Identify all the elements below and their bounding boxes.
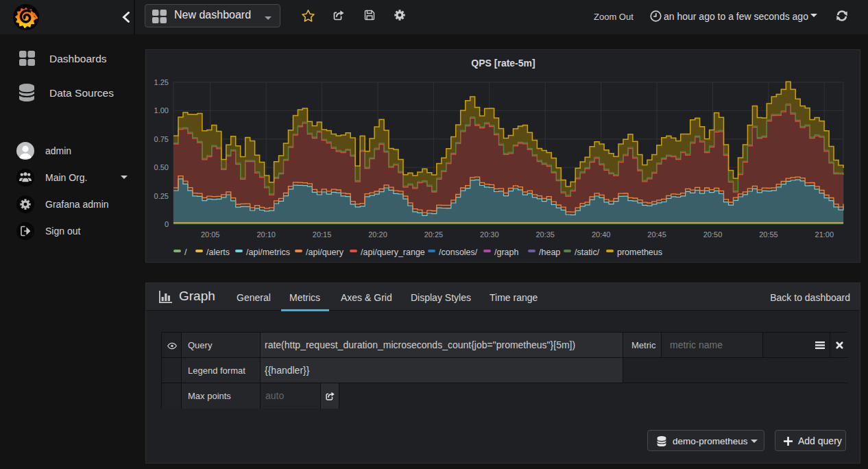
- svg-text:/consoles/: /consoles/: [439, 248, 478, 257]
- svg-text:20:05: 20:05: [201, 230, 220, 239]
- svg-text:1.00: 1.00: [154, 106, 169, 115]
- svg-text:1.25: 1.25: [154, 78, 169, 86]
- svg-text:QPS [rate-5m]: QPS [rate-5m]: [471, 58, 535, 69]
- svg-text:20:10: 20:10: [256, 230, 276, 239]
- svg-text:20:30: 20:30: [480, 230, 499, 239]
- svg-text:0.25: 0.25: [154, 192, 169, 200]
- svg-text:0: 0: [165, 220, 169, 228]
- svg-text:/alerts: /alerts: [206, 248, 230, 257]
- svg-text:21:00: 21:00: [815, 230, 834, 239]
- svg-text:20:20: 20:20: [368, 230, 387, 239]
- svg-text:20:50: 20:50: [703, 230, 723, 239]
- svg-text:20:40: 20:40: [592, 230, 611, 239]
- svg-text:/api/query: /api/query: [306, 248, 344, 257]
- svg-text:20:35: 20:35: [535, 230, 555, 239]
- svg-text:/api/metrics: /api/metrics: [246, 248, 290, 257]
- svg-text:prometheus: prometheus: [617, 248, 662, 257]
- svg-text:/api/query_range: /api/query_range: [361, 248, 425, 257]
- svg-text:0.75: 0.75: [154, 135, 169, 143]
- svg-text:20:25: 20:25: [424, 230, 444, 239]
- svg-text:/heap: /heap: [539, 248, 560, 257]
- svg-text:20:15: 20:15: [313, 230, 332, 239]
- svg-text:/graph: /graph: [494, 248, 518, 257]
- svg-text:/: /: [184, 248, 187, 257]
- svg-text:20:55: 20:55: [759, 230, 778, 239]
- svg-text:/static/: /static/: [575, 248, 600, 257]
- svg-text:0.50: 0.50: [154, 163, 169, 171]
- svg-text:20:45: 20:45: [647, 230, 666, 239]
